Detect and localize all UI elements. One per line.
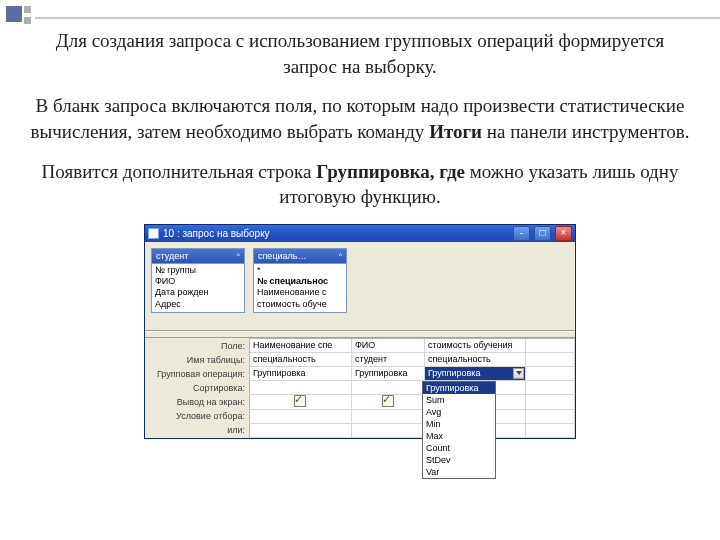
paragraph-1: Для создания запроса с использованием гр… xyxy=(30,28,690,79)
table-header: студент xyxy=(156,251,188,261)
grid-cell[interactable]: специальность xyxy=(250,352,351,366)
row-label-groupop: Групповая операция: xyxy=(145,367,245,381)
grid-cell[interactable] xyxy=(351,394,424,409)
grid-cell[interactable] xyxy=(250,423,351,437)
dropdown-option[interactable]: StDev xyxy=(423,454,495,466)
grid-cell[interactable] xyxy=(526,352,575,366)
grid-cell[interactable]: Группировка xyxy=(351,366,424,380)
grid-cell[interactable] xyxy=(250,394,351,409)
grid-cell[interactable] xyxy=(351,380,424,394)
row-label-criteria: Условие отбора: xyxy=(145,409,245,423)
row-groupop: Группировка Группировка Группировка xyxy=(250,366,575,380)
field-item[interactable]: Наименование с xyxy=(257,287,343,298)
grid-cell[interactable] xyxy=(526,423,575,437)
row-or xyxy=(250,423,575,437)
table-specialty[interactable]: специаль…^ * № специальнос Наименование … xyxy=(253,248,347,313)
minimize-button[interactable]: ‐ xyxy=(513,226,530,241)
row-label-field: Поле: xyxy=(145,339,245,353)
row-label-show: Вывод на экран: xyxy=(145,395,245,409)
field-item[interactable]: № группы xyxy=(155,265,241,276)
grid-cell[interactable] xyxy=(526,380,575,394)
row-show xyxy=(250,394,575,409)
window-titlebar[interactable]: 10 : запрос на выборку ‐ □ × xyxy=(145,225,575,242)
groupop-dropdown-list[interactable]: Группировка Sum Avg Min Max Count StDev … xyxy=(422,381,496,479)
table-student-fields[interactable]: № группы ФИО Дата рожден Адрес xyxy=(152,264,244,312)
show-checkbox[interactable] xyxy=(382,395,394,407)
window-title: 10 : запрос на выборку xyxy=(163,228,509,239)
grid-cell[interactable]: стоимость обучения xyxy=(424,339,525,353)
dropdown-option[interactable]: Count xyxy=(423,442,495,454)
grid-cell[interactable] xyxy=(250,380,351,394)
collapse-icon[interactable]: ^ xyxy=(237,252,240,259)
grid-cell[interactable]: Группировка xyxy=(250,366,351,380)
grid-cell[interactable]: специальность xyxy=(424,352,525,366)
grid-cell-active-dropdown[interactable]: Группировка xyxy=(424,366,525,380)
pane-splitter[interactable] xyxy=(145,331,575,338)
field-item[interactable]: Дата рожден xyxy=(155,287,241,298)
dropdown-option[interactable]: Max xyxy=(423,430,495,442)
grid-cell[interactable] xyxy=(526,339,575,353)
table-specialty-fields[interactable]: * № специальнос Наименование с стоимость… xyxy=(254,264,346,312)
dropdown-option[interactable]: Var xyxy=(423,466,495,478)
field-item[interactable]: ФИО xyxy=(155,276,241,287)
grid-cell[interactable] xyxy=(526,366,575,380)
table-header: специаль… xyxy=(258,251,307,261)
collapse-icon[interactable]: ^ xyxy=(339,252,342,259)
paragraph-2: В бланк запроса включаются поля, по кото… xyxy=(30,93,690,144)
query-grid[interactable]: Наименование спе ФИО стоимость обучения … xyxy=(249,338,575,438)
field-item[interactable]: Адрес xyxy=(155,299,241,310)
dropdown-option[interactable]: Avg xyxy=(423,406,495,418)
row-label-or: или: xyxy=(145,423,245,437)
grid-cell[interactable] xyxy=(526,394,575,409)
paragraph-3: Появится дополнительная строка Группиров… xyxy=(30,159,690,210)
dropdown-option[interactable]: Min xyxy=(423,418,495,430)
grid-cell[interactable]: студент xyxy=(351,352,424,366)
grid-cell[interactable] xyxy=(250,409,351,423)
row-label-table: Имя таблицы: xyxy=(145,353,245,367)
dropdown-arrow-icon[interactable] xyxy=(513,368,524,379)
slide-decoration xyxy=(6,4,720,24)
row-criteria xyxy=(250,409,575,423)
slide-text: Для создания запроса с использованием гр… xyxy=(30,28,690,210)
grid-cell[interactable]: ФИО xyxy=(351,339,424,353)
access-query-window: 10 : запрос на выборку ‐ □ × студент^ № … xyxy=(144,224,576,439)
grid-cell[interactable] xyxy=(526,409,575,423)
grid-cell[interactable]: Наименование спе xyxy=(250,339,351,353)
field-item[interactable]: стоимость обуче xyxy=(257,299,343,310)
field-item[interactable]: * xyxy=(257,265,343,276)
dropdown-option[interactable]: Группировка xyxy=(423,382,495,394)
row-table: специальность студент специальность xyxy=(250,352,575,366)
row-label-sort: Сортировка: xyxy=(145,381,245,395)
grid-cell[interactable] xyxy=(351,423,424,437)
query-grid-pane: Поле: Имя таблицы: Групповая операция: С… xyxy=(145,338,575,438)
row-sort xyxy=(250,380,575,394)
show-checkbox[interactable] xyxy=(294,395,306,407)
grid-cell[interactable] xyxy=(351,409,424,423)
grid-row-labels: Поле: Имя таблицы: Групповая операция: С… xyxy=(145,338,249,438)
row-field: Наименование спе ФИО стоимость обучения xyxy=(250,339,575,353)
app-icon xyxy=(148,228,159,239)
field-item-key[interactable]: № специальнос xyxy=(257,276,343,287)
table-student[interactable]: студент^ № группы ФИО Дата рожден Адрес xyxy=(151,248,245,313)
dropdown-option[interactable]: Sum xyxy=(423,394,495,406)
maximize-button[interactable]: □ xyxy=(534,226,551,241)
tables-pane: студент^ № группы ФИО Дата рожден Адрес … xyxy=(145,242,575,331)
close-button[interactable]: × xyxy=(555,226,572,241)
